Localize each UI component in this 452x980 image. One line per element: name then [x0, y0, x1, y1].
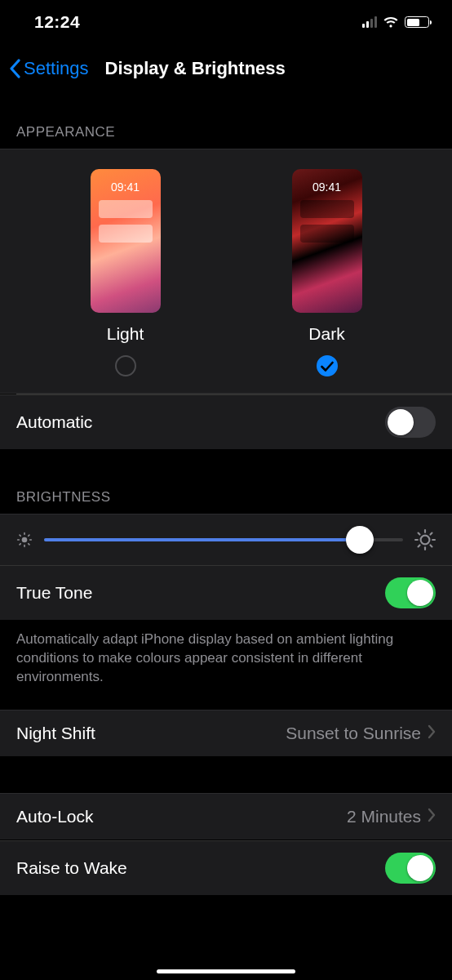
page-title: Display & Brightness	[89, 58, 445, 79]
svg-point-9	[421, 536, 430, 545]
auto-lock-label: Auto-Lock	[16, 807, 347, 826]
brightness-thumb[interactable]	[346, 526, 374, 554]
automatic-toggle[interactable]	[385, 407, 436, 438]
brightness-section-header: Brightness	[0, 450, 452, 514]
truetone-label: True Tone	[16, 583, 385, 603]
light-mode-preview: 09:41	[91, 169, 161, 313]
home-indicator[interactable]	[157, 969, 295, 973]
svg-line-17	[431, 533, 432, 535]
brightness-slider[interactable]	[44, 538, 403, 541]
chevron-right-icon	[428, 724, 436, 743]
status-bar: 12:24	[0, 0, 452, 44]
truetone-toggle[interactable]	[385, 577, 436, 608]
raise-to-wake-label: Raise to Wake	[16, 858, 385, 878]
dark-mode-radio[interactable]	[317, 355, 338, 376]
auto-lock-row[interactable]: Auto-Lock 2 Minutes	[0, 793, 452, 840]
appearance-section-header: Appearance	[0, 93, 452, 149]
appearance-group: 09:41 Light 09:41 Dark	[0, 149, 452, 394]
svg-line-8	[29, 535, 29, 536]
status-time: 12:24	[34, 12, 80, 32]
svg-line-7	[20, 544, 20, 545]
svg-line-4	[29, 544, 29, 545]
svg-line-3	[20, 535, 20, 536]
svg-point-0	[22, 537, 28, 543]
nav-bar: Settings Display & Brightness	[0, 44, 452, 93]
status-icons	[362, 16, 430, 29]
cellular-icon	[362, 16, 378, 28]
light-mode-label: Light	[107, 324, 144, 344]
svg-line-13	[431, 546, 432, 547]
night-shift-row[interactable]: Night Shift Sunset to Sunrise	[0, 710, 452, 757]
brightness-fill	[44, 538, 360, 541]
chevron-left-icon	[8, 59, 21, 78]
auto-lock-detail: 2 Minutes	[347, 807, 421, 826]
svg-line-12	[419, 533, 420, 535]
night-shift-detail: Sunset to Sunrise	[286, 724, 421, 743]
appearance-mode-dark[interactable]: 09:41 Dark	[292, 169, 362, 376]
sun-large-icon	[414, 529, 436, 550]
svg-line-16	[419, 546, 420, 547]
light-mode-radio[interactable]	[115, 355, 136, 376]
truetone-footer: Automatically adapt iPhone display based…	[0, 621, 452, 710]
sun-small-icon	[16, 532, 33, 548]
wifi-icon	[383, 16, 399, 29]
night-shift-label: Night Shift	[16, 724, 286, 743]
automatic-row: Automatic	[0, 394, 452, 450]
chevron-right-icon	[428, 807, 436, 826]
battery-icon	[405, 16, 429, 28]
dark-mode-preview: 09:41	[292, 169, 362, 313]
back-label: Settings	[24, 58, 89, 79]
automatic-label: Automatic	[16, 412, 385, 432]
appearance-mode-light[interactable]: 09:41 Light	[91, 169, 161, 376]
brightness-slider-row	[0, 514, 452, 565]
raise-to-wake-toggle[interactable]	[385, 853, 436, 884]
dark-mode-label: Dark	[308, 324, 344, 344]
back-button[interactable]: Settings	[8, 58, 89, 79]
truetone-row: True Tone	[0, 565, 452, 621]
raise-to-wake-row: Raise to Wake	[0, 840, 452, 896]
